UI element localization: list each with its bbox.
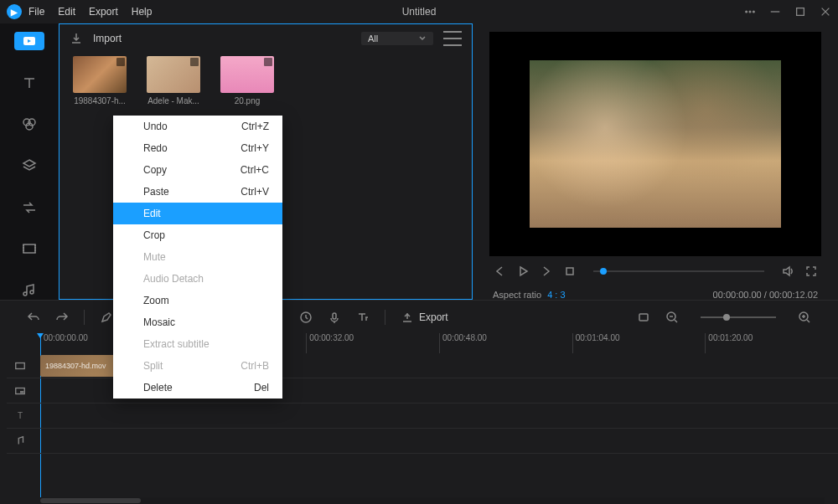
minimize-icon[interactable] bbox=[769, 6, 781, 18]
context-menu-item: SplitCtrl+B bbox=[113, 355, 282, 377]
more-icon[interactable] bbox=[744, 6, 756, 18]
import-icon bbox=[70, 32, 83, 45]
svg-rect-4 bbox=[797, 8, 804, 16]
next-frame-icon[interactable] bbox=[540, 265, 553, 278]
list-view-toggle[interactable] bbox=[443, 31, 462, 46]
aspect-value[interactable]: 4 : 3 bbox=[547, 290, 565, 300]
context-menu-item[interactable]: DeleteDel bbox=[113, 377, 282, 399]
undo-icon[interactable] bbox=[27, 311, 40, 324]
sidebar-overlays[interactable] bbox=[14, 157, 44, 175]
redo-icon[interactable] bbox=[55, 311, 69, 324]
media-label: Adele - Mak... bbox=[147, 96, 200, 105]
audio-track-icon bbox=[14, 435, 26, 447]
svg-rect-25 bbox=[333, 313, 336, 319]
zoom-in-icon[interactable] bbox=[798, 311, 811, 324]
export-icon bbox=[401, 311, 414, 324]
sidebar-filters[interactable] bbox=[14, 115, 44, 133]
preview-frame[interactable] bbox=[489, 32, 821, 256]
ruler-tick: 00:00:32.00 bbox=[306, 333, 439, 353]
media-thumbnail bbox=[220, 56, 274, 93]
stop-icon[interactable] bbox=[563, 265, 577, 278]
menu-export[interactable]: Export bbox=[89, 6, 118, 18]
media-item[interactable]: Adele - Mak... bbox=[147, 56, 200, 105]
close-icon[interactable] bbox=[820, 6, 831, 18]
context-menu-item: Extract subtitle bbox=[113, 333, 282, 355]
app-logo: ▶ bbox=[7, 4, 22, 19]
context-menu-item[interactable]: Crop bbox=[113, 224, 282, 246]
menubar: File Edit Export Help bbox=[28, 6, 152, 18]
context-menu-item[interactable]: Mosaic bbox=[113, 311, 282, 333]
menu-file[interactable]: File bbox=[28, 6, 44, 18]
caption-icon[interactable] bbox=[356, 311, 370, 324]
media-thumbnail bbox=[73, 56, 127, 93]
progress-bar[interactable] bbox=[593, 270, 764, 272]
svg-line-33 bbox=[807, 320, 810, 322]
svg-point-2 bbox=[753, 11, 755, 13]
preview-image bbox=[530, 60, 781, 228]
export-label: Export bbox=[419, 311, 448, 323]
context-menu-item[interactable]: PasteCtrl+V bbox=[113, 181, 282, 203]
chevron-down-icon bbox=[418, 34, 427, 43]
ruler-tick: 00:00:48.00 bbox=[439, 333, 572, 353]
svg-point-1 bbox=[749, 11, 751, 13]
context-menu-item[interactable]: Zoom bbox=[113, 290, 282, 311]
preview-panel: Aspect ratio 4 : 3 00:00:00.00 / 00:00:1… bbox=[473, 23, 838, 300]
svg-rect-34 bbox=[16, 363, 25, 368]
svg-rect-15 bbox=[566, 268, 573, 275]
volume-icon[interactable] bbox=[781, 265, 794, 278]
pip-track-icon bbox=[14, 385, 26, 397]
sidebar-text[interactable] bbox=[14, 74, 44, 92]
context-menu-item: Audio Detach bbox=[113, 268, 282, 290]
export-button[interactable]: Export bbox=[401, 311, 448, 324]
media-item[interactable]: 20.png bbox=[220, 56, 274, 105]
speed-icon[interactable] bbox=[299, 311, 313, 324]
menu-help[interactable]: Help bbox=[132, 6, 153, 18]
media-label: 20.png bbox=[220, 96, 274, 105]
sidebar-elements[interactable] bbox=[14, 240, 44, 259]
play-icon[interactable] bbox=[516, 265, 530, 278]
text-track[interactable]: T bbox=[7, 404, 838, 429]
import-button[interactable]: Import bbox=[93, 33, 122, 44]
sidebar-transitions[interactable] bbox=[14, 198, 44, 217]
maximize-icon[interactable] bbox=[794, 6, 806, 18]
svg-rect-12 bbox=[23, 244, 35, 253]
filter-value: All bbox=[368, 33, 378, 44]
time-display: 00:00:00.00 / 00:00:12.02 bbox=[713, 290, 818, 300]
context-menu-item[interactable]: CopyCtrl+C bbox=[113, 159, 282, 181]
ruler-tick: 00:01:20.00 bbox=[705, 333, 838, 353]
prev-frame-icon[interactable] bbox=[493, 265, 506, 278]
media-label: 19884307-h... bbox=[73, 96, 127, 105]
zoom-slider[interactable] bbox=[701, 316, 776, 318]
context-menu-item: Mute bbox=[113, 246, 282, 268]
document-title: Untitled bbox=[402, 6, 437, 18]
aspect-label: Aspect ratio bbox=[493, 290, 541, 300]
menu-edit[interactable]: Edit bbox=[58, 6, 75, 18]
zoom-out-icon[interactable] bbox=[665, 311, 679, 324]
preview-controls bbox=[489, 256, 821, 286]
text-track-icon: T bbox=[7, 411, 34, 420]
svg-point-0 bbox=[746, 11, 747, 13]
titlebar: ▶ File Edit Export Help Untitled bbox=[0, 0, 838, 23]
horizontal-scrollbar[interactable] bbox=[40, 497, 825, 504]
video-track-icon bbox=[14, 360, 26, 372]
svg-rect-36 bbox=[20, 391, 23, 393]
ruler-tick: 00:01:04.00 bbox=[572, 333, 706, 353]
audio-track[interactable] bbox=[7, 429, 838, 454]
filter-select[interactable]: All bbox=[361, 32, 433, 45]
sidebar bbox=[0, 23, 59, 300]
context-menu: UndoCtrl+ZRedoCtrl+YCopyCtrl+CPasteCtrl+… bbox=[113, 116, 282, 399]
edit-icon[interactable] bbox=[100, 311, 113, 324]
voice-icon[interactable] bbox=[328, 311, 341, 324]
fit-icon[interactable] bbox=[637, 311, 650, 324]
media-thumbnail bbox=[147, 56, 200, 93]
svg-line-29 bbox=[675, 320, 677, 322]
sidebar-audio[interactable] bbox=[14, 281, 44, 300]
fullscreen-icon[interactable] bbox=[804, 265, 818, 278]
context-menu-item[interactable]: Edit bbox=[113, 203, 282, 224]
context-menu-item[interactable]: UndoCtrl+Z bbox=[113, 116, 282, 137]
media-item[interactable]: 19884307-h... bbox=[73, 56, 127, 105]
sidebar-media[interactable] bbox=[14, 32, 44, 50]
svg-rect-26 bbox=[639, 314, 648, 321]
context-menu-item[interactable]: RedoCtrl+Y bbox=[113, 137, 282, 159]
